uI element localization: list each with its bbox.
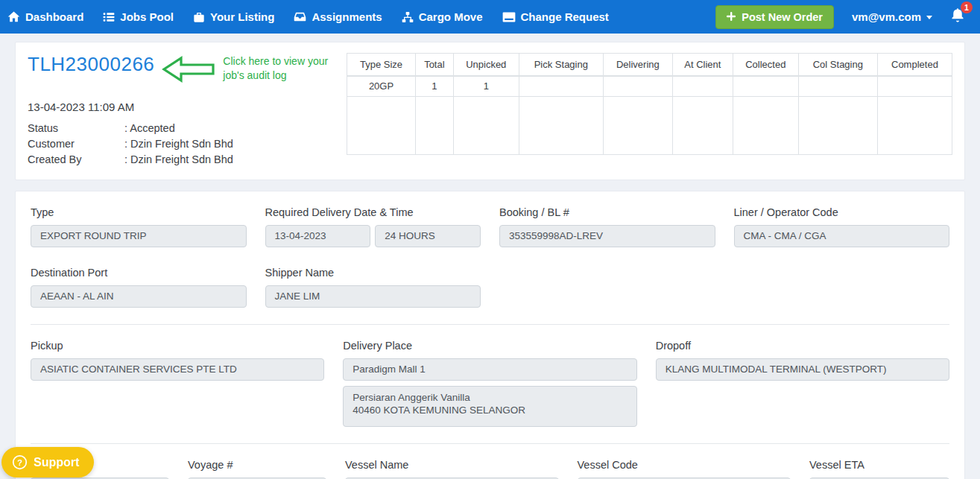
chevron-down-icon [926, 16, 932, 19]
post-new-order-button[interactable]: Post New Order [715, 5, 834, 29]
nav-item-your-listing[interactable]: Your Listing [193, 10, 274, 23]
detail-value: : Dzin Freight Sdn Bhd [124, 136, 233, 152]
booking-bl-field-group: Booking / BL # 353559998AD-LREV [499, 206, 715, 247]
nav-item-label: Change Request [521, 10, 609, 23]
form-row-4: SCN 33PAGP Voyage # 18S Vessel Name AS C… [31, 459, 949, 479]
section-divider [31, 443, 949, 444]
delivery-place-field: Paradigm Mall 1 [343, 358, 636, 381]
shipper-name-field: JANE LIM [265, 285, 481, 308]
table-row-empty [347, 97, 952, 155]
nav-item-label: Your Listing [210, 10, 274, 23]
col-header: Delivering [603, 54, 672, 76]
container-status-table: Type Size Total Unpicked Pick Staging De… [347, 53, 952, 155]
form-row-1: Type EXPORT ROUND TRIP Required Delivery… [31, 206, 949, 247]
nav-items: Dashboard Jobs Pool Your Listing Assignm… [7, 10, 609, 23]
nav-item-change-request[interactable]: Change Request [502, 10, 609, 23]
cell-type-size: 20GP [347, 76, 416, 97]
destination-port-field: AEAAN - AL AIN [31, 285, 247, 308]
shipper-name-field-group: Shipper Name JANE LIM [265, 267, 481, 308]
vessel-eta-field-group: Vessel ETA 30-04-2023 [809, 459, 949, 479]
inbox-icon [294, 10, 306, 23]
user-menu-dropdown[interactable]: vm@vm.com [852, 10, 932, 23]
type-field-group: Type EXPORT ROUND TRIP [31, 206, 247, 247]
home-icon [7, 10, 20, 23]
post-new-order-label: Post New Order [742, 11, 823, 23]
question-circle-icon: ? [12, 454, 28, 470]
vessel-code-field-group: Vessel Code FPT861342 [578, 459, 791, 479]
job-detail-status: Status : Accepted [28, 121, 347, 136]
cell-completed [877, 76, 952, 97]
sitemap-icon [402, 11, 414, 23]
col-header: Col Staging [798, 54, 877, 76]
detail-label: Created By [28, 152, 124, 168]
col-header: Completed [877, 54, 952, 76]
type-field: EXPORT ROUND TRIP [31, 225, 247, 247]
nav-item-label: Dashboard [25, 10, 83, 23]
notifications-button[interactable]: 1 [950, 7, 965, 26]
list-icon [103, 11, 115, 23]
pickup-field: ASIATIC CONTAINER SERVICES PTE LTD [31, 358, 324, 381]
table-row: 20GP 1 1 [347, 76, 952, 97]
type-label: Type [31, 206, 247, 218]
required-delivery-time-field: 24 HOURS [375, 225, 481, 247]
job-detail-created-by: Created By : Dzin Freight Sdn Bhd [28, 152, 347, 168]
detail-value: : Accepted [124, 121, 175, 136]
job-details: Status : Accepted Customer : Dzin Freigh… [28, 121, 347, 168]
job-detail-customer: Customer : Dzin Freight Sdn Bhd [28, 136, 347, 152]
delivery-place-label: Delivery Place [343, 340, 636, 352]
notification-badge: 1 [961, 1, 973, 13]
vessel-code-label: Vessel Code [578, 459, 791, 471]
top-navbar: Dashboard Jobs Pool Your Listing Assignm… [0, 0, 980, 34]
bell-icon [950, 13, 965, 25]
dropoff-label: Dropoff [656, 340, 949, 352]
form-row-3: Pickup ASIATIC CONTAINER SERVICES PTE LT… [31, 340, 949, 427]
detail-label: Customer [28, 136, 124, 152]
detail-value: : Dzin Freight Sdn Bhd [124, 152, 233, 168]
briefcase-icon [193, 11, 205, 23]
cell-total: 1 [416, 76, 454, 97]
liner-field: CMA - CMA / CGA [734, 225, 950, 247]
job-summary-card: TLH23000266 Click here to view your job'… [15, 42, 965, 180]
liner-label: Liner / Operator Code [734, 206, 950, 218]
col-header: Unpicked [453, 54, 519, 76]
svg-text:?: ? [17, 458, 22, 467]
nav-item-dashboard[interactable]: Dashboard [7, 10, 83, 23]
nav-item-assignments[interactable]: Assignments [294, 10, 382, 23]
vessel-eta-label: Vessel ETA [809, 459, 949, 471]
cell-unpicked: 1 [453, 76, 519, 97]
voyage-label: Voyage # [188, 459, 326, 471]
col-header: Type Size [347, 54, 416, 76]
job-number-link[interactable]: TLH23000266 [28, 53, 154, 76]
detail-label: Status [28, 121, 124, 136]
nav-item-label: Jobs Pool [120, 10, 174, 23]
cell-col-staging [798, 76, 877, 97]
liner-field-group: Liner / Operator Code CMA - CMA / CGA [734, 206, 950, 247]
col-header: At Client [672, 54, 733, 76]
annotation-arrow-left-icon [162, 56, 215, 86]
job-created-datetime: 13-04-2023 11:09 AM [28, 101, 347, 113]
vessel-name-field-group: Vessel Name AS CAROLINA [345, 459, 559, 479]
nav-item-label: Cargo Move [419, 10, 483, 23]
cell-at-client [672, 76, 733, 97]
col-header: Pick Staging [519, 54, 603, 76]
delivery-address-field: Persiaran Anggerik Vanilla 40460 KOTA KE… [343, 386, 636, 427]
shipper-name-label: Shipper Name [265, 267, 481, 279]
user-email: vm@vm.com [852, 10, 921, 23]
plus-icon [727, 11, 736, 23]
nav-item-jobs-pool[interactable]: Jobs Pool [103, 10, 174, 23]
support-button[interactable]: ? Support [1, 447, 94, 478]
support-label: Support [34, 456, 79, 469]
destination-port-label: Destination Port [31, 267, 247, 279]
required-delivery-date-field: 13-04-2023 [265, 225, 371, 247]
job-info-panel: TLH23000266 Click here to view your job'… [28, 53, 347, 168]
cell-pick-staging [519, 76, 603, 97]
nav-item-cargo-move[interactable]: Cargo Move [402, 10, 483, 23]
form-row-2: Destination Port AEAAN - AL AIN Shipper … [31, 267, 949, 308]
table-header-row: Type Size Total Unpicked Pick Staging De… [347, 54, 952, 76]
dropoff-field: KLANG MULTIMODAL TERMINAL (WESTPORT) [656, 358, 949, 381]
pickup-field-group: Pickup ASIATIC CONTAINER SERVICES PTE LT… [31, 340, 324, 427]
booking-bl-field: 353559998AD-LREV [499, 225, 715, 247]
voyage-field-group: Voyage # 18S [188, 459, 326, 479]
cell-delivering [603, 76, 672, 97]
navbar-right: Post New Order vm@vm.com 1 [715, 5, 970, 29]
